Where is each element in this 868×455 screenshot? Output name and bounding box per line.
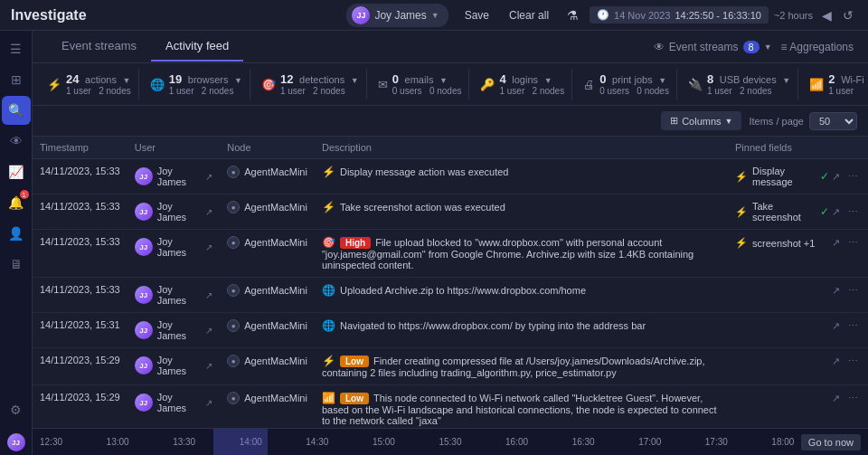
more-button[interactable]: ⋯ [845,355,861,368]
external-link-icon[interactable]: ↗ [205,326,212,336]
timeline-label: 17:00 [638,437,661,447]
user-icon[interactable]: 👤 [2,219,31,248]
tab-activity-feed[interactable]: Activity feed [151,32,243,62]
external-link-icon[interactable]: ↗ [205,172,212,182]
external-link-icon[interactable]: ↗ [205,290,212,300]
row-actions: ↗ ⋯ [829,284,861,298]
cell-description: 🎯HighFile upload blocked to "www.dropbox… [315,230,728,278]
timeline-label: 18:00 [771,437,794,447]
share-button[interactable]: ↗ [829,392,843,405]
table-row: 14/11/2023, 15:29 JJ Joy James ↗ ● Agent… [33,385,868,429]
pinned-content: ⚡Display message ✓ [735,166,829,187]
chart-icon[interactable]: 📈 [2,157,31,186]
detections-sub: 1 user 2 nodes [280,86,359,96]
wifi-count: 2 Wi-Fi ▼ [828,72,868,86]
avatar: JJ [135,321,153,339]
table-row: 14/11/2023, 15:33 JJ Joy James ↗ ● Agent… [33,194,868,230]
cell-user: JJ Joy James ↗ [127,313,221,348]
eye-icon[interactable]: 👁 [2,127,31,156]
monitor-icon[interactable]: 🖥 [2,250,31,279]
external-link-icon[interactable]: ↗ [205,242,212,252]
share-button[interactable]: ↗ [829,236,843,250]
node-name: AgentMacMini [244,285,307,296]
avatar: JJ [135,393,153,412]
share-button[interactable]: ↗ [829,205,843,219]
cell-description: ⚡Display message action was executed [315,159,728,194]
browsers-sub: 1 user 2 nodes [169,86,242,96]
home-icon[interactable]: ⊞ [2,65,31,94]
chevron-down-icon: ▼ [431,11,439,20]
menu-icon[interactable]: ☰ [2,34,31,63]
user-avatar-bottom[interactable]: JJ [7,433,25,451]
user-name: Joy James [157,392,199,413]
user-pill[interactable]: JJ Joy James ▼ [346,4,448,27]
go-to-now-button[interactable]: Go to now [801,434,861,450]
tab-event-streams[interactable]: Event streams [47,32,151,62]
cell-timestamp: 14/11/2023, 15:33 [33,278,127,313]
stat-emails[interactable]: ✉ 0 emails ▼ 0 users 0 nodes [371,69,470,100]
print-icon: 🖨 [583,78,595,91]
external-link-icon[interactable]: ↗ [205,361,212,371]
aggregations-button[interactable]: ≡ Aggregations [781,41,854,53]
event-streams-label: Event streams [669,41,739,53]
chevron-down-icon: ▼ [725,117,733,126]
stat-wifi[interactable]: 📶 2 Wi-Fi ▼ 1 user [802,69,868,100]
stat-logins[interactable]: 🔑 4 logins ▼ 1 user 2 nodes [473,69,572,100]
refresh-button[interactable]: ↺ [839,7,857,24]
cell-pinned: ⚡Take screenshot ✓ ↗ ⋯ [728,194,868,230]
alert-icon-wrap[interactable]: 🔔1 [2,188,31,217]
cell-timestamp: 14/11/2023, 15:31 [33,313,127,348]
timeline: 12:3013:0013:3014:0014:3015:0015:3016:00… [33,428,868,455]
page-title: Investigate [11,7,87,24]
more-button[interactable]: ⋯ [845,319,861,333]
stat-print[interactable]: 🖨 0 print jobs ▼ 0 users 0 nodes [576,69,677,100]
settings-icon[interactable]: ⚙ [2,395,31,424]
desc-text: Navigated to https://www.dropbox.com/ by… [340,320,646,331]
clear-all-button[interactable]: Clear all [502,6,556,24]
stat-actions[interactable]: ⚡ 24 actions ▼ 1 user 2 nodes [40,69,139,100]
cell-description: 🌐Navigated to https://www.dropbox.com/ b… [315,313,728,348]
timeline-label: 13:00 [107,437,129,447]
search-icon[interactable]: 🔍 [2,96,31,125]
more-button[interactable]: ⋯ [845,236,861,250]
save-button[interactable]: Save [458,6,496,24]
user-name: Joy James [157,201,199,223]
external-link-icon[interactable]: ↗ [205,207,212,217]
stat-usb[interactable]: 🔌 8 USB devices ▼ 1 user 2 nodes [681,69,798,100]
share-button[interactable]: ↗ [829,319,843,333]
event-streams-toggle[interactable]: 👁 Event streams 8 ▼ [654,41,772,53]
node-name: AgentMacMini [244,355,307,366]
stat-detections[interactable]: 🎯 12 detections ▼ 1 user 2 nodes [254,69,367,100]
sidebar: ☰ ⊞ 🔍 👁 📈 🔔1 👤 🖥 ⚙ JJ [0,31,33,455]
time-date: 14 Nov 2023 [614,10,670,21]
emails-count: 0 emails ▼ [392,72,462,86]
columns-icon: ⊞ [670,115,678,127]
usb-icon: 🔌 [688,78,703,91]
more-button[interactable]: ⋯ [845,284,861,298]
more-button[interactable]: ⋯ [845,392,861,405]
more-button[interactable]: ⋯ [845,170,861,184]
desc-icon: 📶 [322,392,335,404]
table-controls: ⊞ Columns ▼ Items / page 50 100 200 [33,106,868,137]
external-link-icon[interactable]: ↗ [205,398,212,408]
print-sub: 0 users 0 nodes [599,86,669,96]
check-icon: ✓ [820,170,829,183]
node-indicator: ● [227,284,240,297]
columns-button[interactable]: ⊞ Columns ▼ [661,111,741,130]
share-button[interactable]: ↗ [829,170,843,184]
main-content: Event streams Activity feed 👁 Event stre… [33,31,868,455]
user-name: Joy James [157,355,199,376]
share-button[interactable]: ↗ [829,355,843,368]
per-page-select[interactable]: 50 100 200 [809,112,857,130]
filter-button[interactable]: ⚗ [561,5,584,25]
time-display: 🕐 14 Nov 2023 14:25:50 - 16:33:10 [590,6,769,24]
avatar: JJ [135,167,153,185]
cell-pinned: ↗ ⋯ [728,348,868,385]
nav-arrows: ◀ ↺ [818,7,857,24]
more-button[interactable]: ⋯ [845,205,861,219]
alert-icon[interactable]: 🔔1 [2,188,31,217]
stat-browsers[interactable]: 🌐 19 browsers ▼ 1 user 2 nodes [143,69,250,100]
detections-icon: 🎯 [261,78,276,91]
share-button[interactable]: ↗ [829,284,843,298]
prev-arrow[interactable]: ◀ [818,7,835,24]
